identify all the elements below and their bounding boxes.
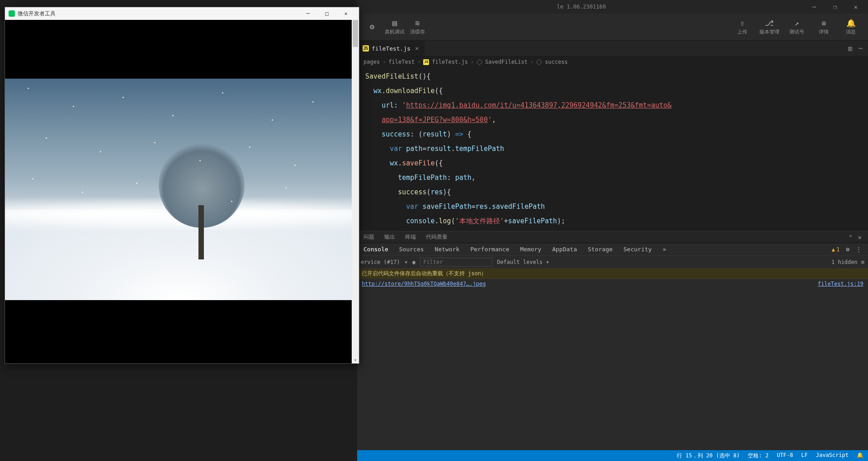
version-button[interactable]: ⎇版本管理 xyxy=(756,14,783,40)
tab-label: fileTest.js xyxy=(372,45,410,52)
tab-performance[interactable]: Performance xyxy=(470,246,509,253)
symbol-icon xyxy=(476,59,483,65)
tab-appdata[interactable]: AppData xyxy=(552,246,577,253)
more-tabs-icon[interactable]: » xyxy=(663,246,666,253)
devtools-tabs: Console Sources Network Performance Memo… xyxy=(357,243,868,255)
bell-icon: 🔔 xyxy=(846,19,856,28)
encoding[interactable]: UTF-8 xyxy=(777,452,793,460)
chevron-down-icon[interactable]: ▾ xyxy=(405,259,408,265)
console-output: 已开启代码文件保存后自动热重载（不支持 json） http://store/9… xyxy=(357,268,868,288)
app-title: le 1.06.2301160 xyxy=(359,4,804,10)
crumb-file[interactable]: fileTest.js xyxy=(432,59,467,65)
tab-memory[interactable]: Memory xyxy=(520,246,541,253)
tab-quality[interactable]: 代码质量 xyxy=(426,233,448,241)
tab-console[interactable]: Console xyxy=(363,246,388,253)
test-id-button[interactable]: ↗测试号 xyxy=(783,14,810,40)
hidden-count[interactable]: 1 hidden xyxy=(831,259,858,265)
tab-filetest[interactable]: JS fileTest.js × xyxy=(357,41,425,56)
downloaded-image xyxy=(5,79,353,300)
tab-problems[interactable]: 问题 xyxy=(363,233,374,241)
stack-icon: ≋ xyxy=(415,19,420,28)
crumb-func[interactable]: SavedFileList xyxy=(485,59,528,65)
warning-badge[interactable]: ▲ 1 xyxy=(832,246,840,253)
branch-icon: ⎇ xyxy=(765,19,774,28)
language-mode[interactable]: JavaScript xyxy=(816,452,849,460)
gear-icon[interactable]: ⚙ xyxy=(861,259,864,265)
gear-icon[interactable]: ⚙ xyxy=(846,246,849,253)
toolbar: ⚙ ▤真机调试 ≋清缓存 ⇧上传 ⎇版本管理 ↗测试号 ≡详情 🔔消息 xyxy=(357,14,868,41)
console-log-line: http://store/9hhTSq0kTQaWb40e847….jpeg f… xyxy=(357,279,868,288)
maximize-button[interactable]: ❐ xyxy=(825,0,845,14)
close-panel-icon[interactable]: ✕ xyxy=(858,234,862,241)
js-icon: JS xyxy=(423,59,429,65)
js-icon: JS xyxy=(363,45,369,52)
crumb-success[interactable]: success xyxy=(545,59,568,65)
levels-selector[interactable]: Default levels ▾ xyxy=(497,259,549,265)
more-icon[interactable]: ⋯ xyxy=(859,44,863,52)
tab-sources[interactable]: Sources xyxy=(399,246,424,253)
export-icon: ↗ xyxy=(794,19,799,28)
simulator-scrollbar[interactable]: ▾ xyxy=(352,20,359,363)
sim-minimize-button[interactable]: ─ xyxy=(298,7,317,20)
simulator-titlebar: 微信开发者工具 ─ □ ✕ xyxy=(5,7,359,20)
tab-output[interactable]: 输出 xyxy=(384,233,395,241)
crumb-filetest[interactable]: fileTest xyxy=(388,59,415,65)
console-link[interactable]: http://store/9hhTSq0kTQaWb40e847….jpeg xyxy=(362,281,486,287)
scrollbar-thumb[interactable] xyxy=(353,20,358,47)
list-icon: ≡ xyxy=(821,19,826,28)
upload-icon: ⇧ xyxy=(740,19,745,28)
chevron-up-icon[interactable]: ⌃ xyxy=(849,234,852,241)
context-selector[interactable]: ervice (#17) xyxy=(361,259,400,265)
details-button[interactable]: ≡详情 xyxy=(810,14,837,40)
phone-icon: ▤ xyxy=(392,19,397,28)
simulator-window: 微信开发者工具 ─ □ ✕ ▾ xyxy=(5,7,359,364)
tab-network[interactable]: Network xyxy=(435,246,460,253)
compile-button[interactable]: ⚙ xyxy=(361,14,383,40)
minimize-button[interactable]: ─ xyxy=(804,0,825,14)
clear-cache-button[interactable]: ≋清缓存 xyxy=(406,14,429,40)
status-bar: 行 15，列 20 (选中 8) 空格: 2 UTF-8 LF JavaScri… xyxy=(357,450,868,461)
remote-debug-button[interactable]: ▤真机调试 xyxy=(383,14,406,40)
breadcrumb: pages› fileTest› JS fileTest.js› SavedFi… xyxy=(357,56,868,67)
sim-close-button[interactable]: ✕ xyxy=(336,7,355,20)
editor-tabs: JS fileTest.js × ▥ ⋯ xyxy=(357,41,868,56)
console-filter-row: ervice (#17) ▾ ◉ Default levels ▾ 1 hidd… xyxy=(357,255,868,268)
crumb-pages[interactable]: pages xyxy=(363,59,380,65)
code-editor[interactable]: SavedFileList(){ wx.downloadFile({ url: … xyxy=(357,67,868,231)
panel-tabs: 问题 输出 终端 代码质量 ⌃ ✕ xyxy=(357,231,868,243)
cursor-position[interactable]: 行 15，列 20 (选中 8) xyxy=(677,452,740,460)
filter-input[interactable] xyxy=(420,258,492,267)
layout-icon[interactable]: ▥ xyxy=(848,44,852,52)
bell-icon[interactable]: 🔔 xyxy=(857,452,863,460)
simulator-viewport[interactable] xyxy=(5,20,359,363)
symbol-icon xyxy=(536,59,542,65)
indent-setting[interactable]: 空格: 2 xyxy=(748,452,769,460)
titlebar: le 1.06.2301160 ─ ❐ ✕ xyxy=(357,0,868,14)
close-button[interactable]: ✕ xyxy=(845,0,866,14)
gear-icon: ⚙ xyxy=(370,22,374,31)
upload-button[interactable]: ⇧上传 xyxy=(729,14,756,40)
scroll-down-icon[interactable]: ▾ xyxy=(352,356,359,363)
messages-button[interactable]: 🔔消息 xyxy=(837,14,864,40)
tab-terminal[interactable]: 终端 xyxy=(405,233,416,241)
console-warn-line: 已开启代码文件保存后自动热重载（不支持 json） xyxy=(357,268,868,279)
console-source-link[interactable]: fileTest.js:19 xyxy=(818,281,863,287)
close-icon[interactable]: × xyxy=(415,45,419,52)
eol[interactable]: LF xyxy=(801,452,807,460)
tab-security[interactable]: Security xyxy=(623,246,652,253)
kebab-icon[interactable]: ⋮ xyxy=(856,246,862,253)
wx-logo-icon xyxy=(9,10,15,17)
sim-maximize-button[interactable]: □ xyxy=(317,7,336,20)
simulator-title: 微信开发者工具 xyxy=(18,10,56,18)
eye-icon[interactable]: ◉ xyxy=(412,259,415,265)
tab-storage[interactable]: Storage xyxy=(588,246,613,253)
